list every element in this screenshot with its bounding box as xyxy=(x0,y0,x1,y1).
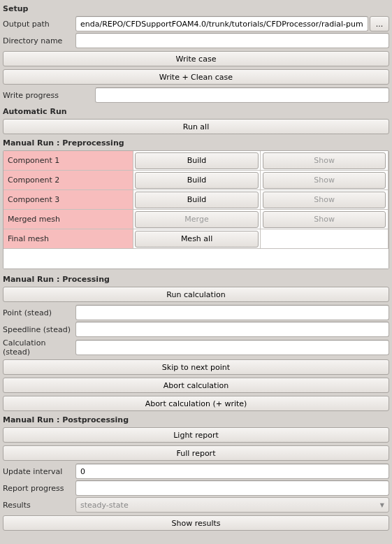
run-all-button[interactable]: Run all xyxy=(3,119,389,134)
output-path-input[interactable] xyxy=(75,16,368,31)
show-button[interactable]: Show xyxy=(263,192,386,208)
build-button[interactable]: Build xyxy=(135,172,258,189)
proc-header: Manual Run : Processing xyxy=(3,272,389,285)
write-progress-input[interactable] xyxy=(95,87,389,103)
results-label: Results xyxy=(3,501,74,510)
output-path-label: Output path xyxy=(3,20,74,29)
directory-name-input[interactable] xyxy=(75,33,389,48)
point-input[interactable] xyxy=(75,305,389,320)
build-button[interactable]: Build xyxy=(135,152,258,169)
show-button[interactable]: Show xyxy=(263,172,386,189)
setup-header: Setup xyxy=(3,1,389,15)
results-select-value: steady-state xyxy=(80,501,129,510)
merge-button[interactable]: Merge xyxy=(135,211,258,228)
write-clean-button[interactable]: Write + Clean case xyxy=(3,69,389,85)
pre-row-name: Component 2 xyxy=(3,171,133,190)
calculation-label: Calculation (stead) xyxy=(3,338,74,357)
write-progress-label: Write progress xyxy=(3,91,94,100)
run-calculation-button[interactable]: Run calculation xyxy=(3,287,389,302)
mesh-all-button[interactable]: Mesh all xyxy=(135,231,258,248)
empty-cell xyxy=(261,229,389,249)
show-button[interactable]: Show xyxy=(263,152,386,169)
post-header: Manual Run : Postprocessing xyxy=(3,413,389,426)
show-button[interactable]: Show xyxy=(263,211,386,228)
pre-row-name: Final mesh xyxy=(3,229,133,249)
pre-row-name: Merged mesh xyxy=(3,210,133,229)
pre-row-name: Component 1 xyxy=(3,151,133,171)
point-label: Point (stead) xyxy=(3,308,74,317)
update-interval-input[interactable] xyxy=(75,464,389,479)
speedline-label: Speedline (stead) xyxy=(3,325,74,334)
report-progress-input[interactable] xyxy=(75,480,389,496)
light-report-button[interactable]: Light report xyxy=(3,427,389,443)
directory-name-label: Directory name xyxy=(3,36,74,45)
browse-button[interactable]: ... xyxy=(370,16,389,31)
abort-write-button[interactable]: Abort calculation (+ write) xyxy=(3,396,389,411)
show-results-button[interactable]: Show results xyxy=(3,515,389,531)
table-spacer xyxy=(3,249,389,269)
chevron-down-icon: ▼ xyxy=(380,502,384,508)
skip-button[interactable]: Skip to next point xyxy=(3,359,389,375)
pre-header: Manual Run : Preprocessing xyxy=(3,136,389,149)
full-report-button[interactable]: Full report xyxy=(3,445,389,461)
build-button[interactable]: Build xyxy=(135,192,258,208)
auto-header: Automatic Run xyxy=(3,104,389,117)
preprocessing-table: Component 1 Build Show Component 2 Build… xyxy=(3,150,389,269)
results-select[interactable]: steady-state ▼ xyxy=(75,497,389,513)
calculation-input[interactable] xyxy=(75,340,389,355)
pre-row-name: Component 3 xyxy=(3,190,133,210)
speedline-input[interactable] xyxy=(75,322,389,337)
abort-button[interactable]: Abort calculation xyxy=(3,378,389,393)
write-case-button[interactable]: Write case xyxy=(3,51,389,66)
update-interval-label: Update interval xyxy=(3,467,74,476)
report-progress-label: Report progress xyxy=(3,484,74,493)
